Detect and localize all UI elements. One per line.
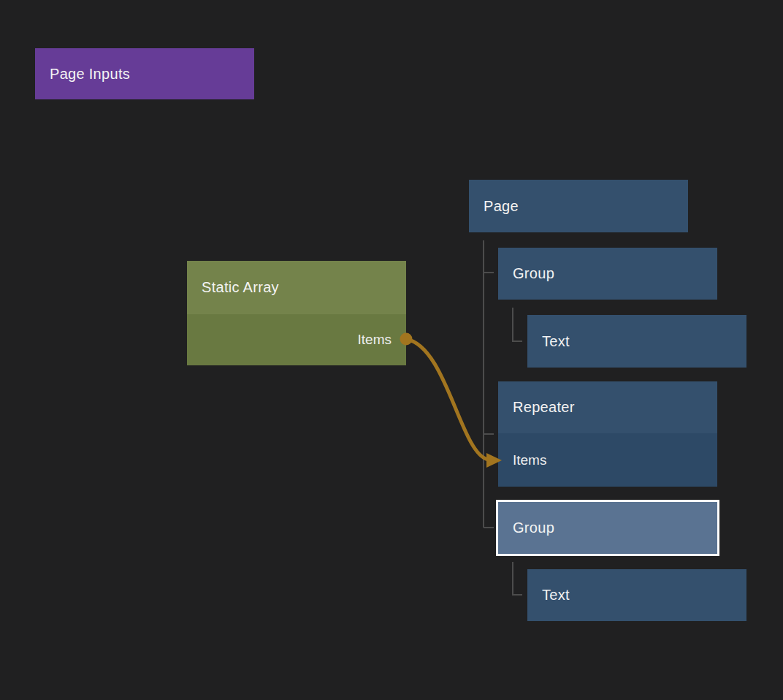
node-repeater[interactable]: Repeater Items xyxy=(498,381,717,487)
node-title: Group xyxy=(513,265,554,282)
node-title: Static Array xyxy=(202,279,279,296)
node-title: Text xyxy=(542,587,570,604)
node-graph-canvas[interactable]: Page Inputs Static Array Items Page Grou… xyxy=(0,0,783,700)
port-label: Items xyxy=(358,332,392,348)
node-group-2-selected[interactable]: Group xyxy=(496,500,719,556)
node-header: Repeater xyxy=(498,381,717,433)
node-title: Page Inputs xyxy=(50,66,130,83)
node-group-1[interactable]: Group xyxy=(498,248,717,300)
node-header: Static Array xyxy=(187,261,406,314)
node-title: Repeater xyxy=(513,399,575,416)
node-title: Text xyxy=(542,333,570,350)
node-page[interactable]: Page xyxy=(469,180,688,232)
node-title: Page xyxy=(484,198,519,215)
connection-wire[interactable] xyxy=(406,339,488,460)
input-port-items[interactable]: Items xyxy=(498,433,717,487)
node-static-array[interactable]: Static Array Items xyxy=(187,261,406,365)
output-port-items[interactable]: Items xyxy=(187,314,406,365)
node-text-2[interactable]: Text xyxy=(527,569,746,621)
node-page-inputs[interactable]: Page Inputs xyxy=(35,48,254,99)
node-title: Group xyxy=(513,520,554,536)
port-label: Items xyxy=(513,452,546,468)
node-text-1[interactable]: Text xyxy=(527,315,746,368)
